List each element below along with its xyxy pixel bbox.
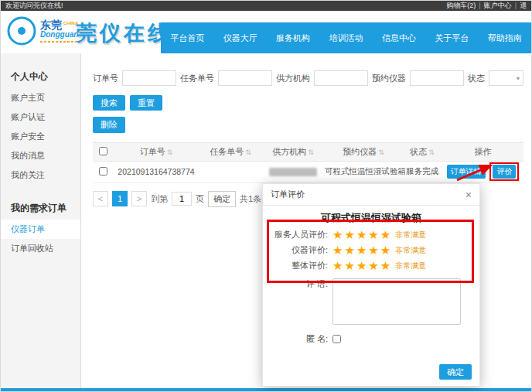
supplier-input[interactable] (314, 70, 368, 86)
header: 东莞 CHINA Dongguan 莞仪在线 平台首页 仪器大厅 服务机构 培训… (1, 11, 531, 53)
col-task-no[interactable]: 任务单号⇅ (200, 142, 261, 161)
filter-bar: 订单号 任务单号 供方机构 预约仪器 状态 ▾ (93, 70, 523, 86)
chevron-down-icon: ▾ (517, 75, 520, 82)
cell-status: 服务完成 (402, 161, 442, 182)
separator: | (479, 1, 480, 11)
select-all-cell (93, 142, 113, 161)
current-page-button[interactable]: 1 (112, 191, 128, 206)
site-title: 莞仪在线 (76, 19, 172, 47)
logo-emblem-icon (7, 16, 36, 46)
page-word-label: 页 (196, 193, 204, 205)
overall-rating-label: 整体评价: (263, 260, 328, 271)
anonymous-checkbox[interactable] (332, 335, 341, 343)
task-no-label: 任务单号 (180, 73, 214, 84)
cell-actions: 订单详情 评价 (442, 161, 523, 182)
nav-item-instrument-hall[interactable]: 仪器大厅 (213, 32, 266, 44)
rating-text: 非常满意 (395, 245, 426, 256)
order-detail-button[interactable]: 订单详情 (447, 165, 486, 179)
reset-button[interactable]: 重置 (130, 95, 162, 111)
sidebar-item-order-recycle-bin[interactable]: 订单回收站 (1, 239, 80, 258)
nav-item-service-orgs[interactable]: 服务机构 (267, 32, 319, 44)
sidebar-section-demand-orders: 我的需求订单 (1, 197, 80, 220)
row-checkbox[interactable] (99, 167, 107, 176)
account-center-link[interactable]: 账户中心 (484, 1, 512, 11)
star-rating[interactable]: ★★★★★ (332, 260, 392, 271)
sidebar-item-account-security[interactable]: 账户安全 (1, 127, 80, 146)
col-instrument[interactable]: 预约仪器⇅ (325, 142, 402, 161)
prev-page-button[interactable]: < (93, 191, 108, 206)
rating-text: 非常满意 (395, 261, 426, 271)
sort-icon[interactable]: ⇅ (378, 148, 384, 156)
status-select[interactable]: ▾ (489, 70, 523, 86)
overall-rating-row: 整体评价: ★★★★★ 非常满意 (263, 260, 479, 271)
order-rating-modal: 订单评价 × 可程式恒温恒湿试验箱 服务人员评价: ★★★★★ 非常满意 仪器评… (262, 183, 480, 387)
nav-item-training[interactable]: 培训活动 (319, 32, 372, 44)
sidebar-item-instrument-orders[interactable]: 仪器订单 (1, 220, 80, 239)
modal-confirm-button[interactable]: 确定 (439, 364, 472, 380)
cell-instrument: 可程式恒温恒湿试验箱 (325, 161, 402, 182)
close-icon[interactable]: × (466, 189, 472, 200)
sidebar-item-account-home[interactable]: 账户主页 (1, 88, 80, 107)
supplier-label: 供方机构 (276, 73, 310, 84)
nav-item-about[interactable]: 关于平台 (425, 32, 478, 44)
topbar: 欢迎访问莞仪在线! 购物车(2) | 账户中心 | 退 (1, 1, 531, 11)
col-order-no[interactable]: 订单号⇅ (113, 142, 200, 161)
comment-row: 评 语: (263, 278, 479, 325)
comment-textarea[interactable] (332, 278, 461, 325)
sidebar: 个人中心 账户主页 账户认证 账户安全 我的消息 我的关注 我的需求订单 仪器订… (1, 53, 81, 390)
cart-link[interactable]: 购物车(2) (446, 1, 476, 11)
search-button[interactable]: 搜索 (93, 95, 125, 111)
nav-item-info-center[interactable]: 信息中心 (373, 32, 425, 44)
instrument-rating-label: 仪器评价: (263, 244, 328, 256)
sort-icon[interactable]: ⇅ (428, 148, 435, 156)
order-no-input[interactable] (122, 70, 176, 86)
sidebar-item-account-verify[interactable]: 账户认证 (1, 107, 80, 127)
page-jump-confirm-button[interactable]: 确定 (208, 191, 236, 207)
rate-button[interactable]: 评价 (493, 165, 516, 179)
service-staff-rating-label: 服务人员评价: (263, 229, 328, 240)
main-nav: 平台首页 仪器大厅 服务机构 培训活动 信息中心 关于平台 帮助指南 (161, 22, 531, 53)
nav-item-help[interactable]: 帮助指南 (479, 32, 531, 44)
order-no-label: 订单号 (93, 73, 118, 84)
annotation-box-rate: 评价 (489, 162, 519, 181)
task-no-input[interactable] (218, 70, 272, 86)
anonymous-row: 匿 名: (263, 333, 479, 345)
cell-task-no (200, 161, 261, 182)
total-count-label: 共1条 (240, 193, 261, 205)
logout-link[interactable]: 退 (520, 1, 527, 11)
orders-table: 订单号⇅ 任务单号⇅ 供方机构⇅ 预约仪器⇅ 状态⇅ 操作 2021091316… (93, 142, 523, 183)
sort-icon[interactable]: ⇅ (245, 148, 251, 156)
instrument-rating-row: 仪器评价: ★★★★★ 非常满意 (263, 244, 479, 256)
delete-button[interactable]: 删除 (93, 117, 125, 132)
logo-tagline (40, 41, 80, 43)
sort-icon[interactable]: ⇅ (167, 148, 173, 156)
jump-to-label: 到第 (151, 193, 168, 205)
service-staff-rating-row: 服务人员评价: ★★★★★ 非常满意 (263, 229, 479, 240)
cell-order-no: 20210913164738774 (113, 161, 200, 182)
logo-text-cn: 东莞 (40, 19, 62, 31)
sidebar-item-messages[interactable]: 我的消息 (1, 146, 80, 165)
table-row: 20210913164738774 可程式恒温恒湿试验箱 服务完成 订单详情 评… (93, 161, 523, 182)
sidebar-item-follows[interactable]: 我的关注 (1, 165, 80, 185)
col-supplier[interactable]: 供方机构⇅ (261, 142, 325, 161)
col-status[interactable]: 状态⇅ (402, 142, 442, 161)
site-logo: 东莞 CHINA Dongguan (7, 16, 80, 46)
sort-icon[interactable]: ⇅ (308, 148, 314, 156)
rating-text: 非常满意 (395, 230, 426, 240)
welcome-text: 欢迎访问莞仪在线! (5, 1, 63, 11)
comment-label: 评 语: (263, 278, 328, 325)
modal-header-title: 订单评价 (271, 189, 305, 200)
next-page-button[interactable]: > (131, 191, 147, 206)
footer-bar (1, 388, 531, 391)
select-all-checkbox[interactable] (99, 147, 107, 155)
modal-header: 订单评价 × (263, 184, 479, 206)
star-rating[interactable]: ★★★★★ (332, 244, 392, 256)
status-label: 状态 (468, 73, 485, 84)
filter-actions: 搜索 重置 (93, 95, 523, 111)
instrument-input[interactable] (410, 70, 464, 86)
col-actions: 操作 (442, 142, 523, 161)
page: 欢迎访问莞仪在线! 购物车(2) | 账户中心 | 退 东莞 CHINA Don… (0, 0, 532, 392)
nav-item-home[interactable]: 平台首页 (161, 32, 213, 44)
star-rating[interactable]: ★★★★★ (332, 229, 392, 240)
page-jump-input[interactable] (172, 192, 192, 206)
